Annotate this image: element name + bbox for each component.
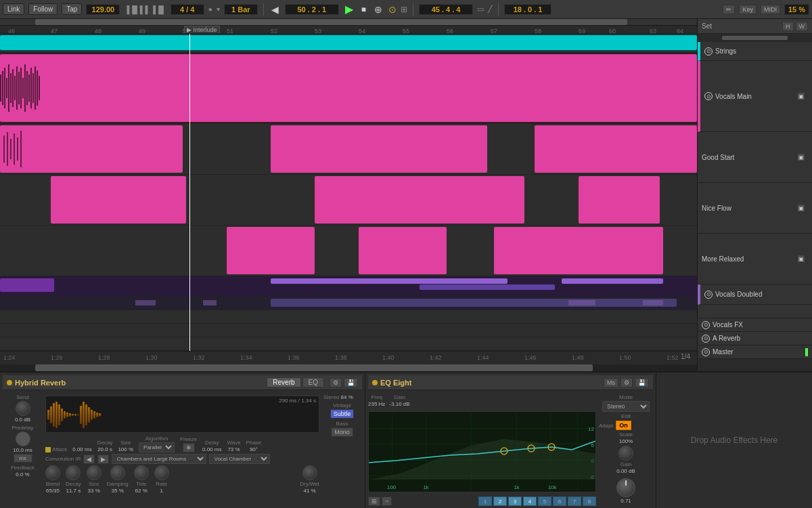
track-row-master[interactable] [0, 337, 697, 351]
vintage-btn[interactable]: Subtle [330, 409, 355, 419]
track-row-good-start[interactable] [0, 124, 697, 175]
timeline-ruler[interactable]: 46 47 48 49 50 51 52 53 54 55 56 57 58 5… [0, 19, 697, 34]
decay2-knob[interactable] [66, 465, 81, 480]
track-name-strings[interactable]: ⊙ Strings [698, 42, 812, 61]
vocals-main-clip-full[interactable] [0, 54, 697, 122]
damping-knob[interactable] [110, 465, 125, 480]
eq-save[interactable]: 💾 [635, 378, 649, 387]
reverb-tab-eq[interactable]: EQ [302, 377, 324, 387]
size2-knob[interactable] [87, 465, 102, 480]
more-relaxed-clip-3[interactable] [494, 227, 663, 274]
effects-panel[interactable]: Drop Audio Effects Here [656, 373, 812, 508]
conv-ir-select[interactable]: Chambers and Large Rooms [112, 454, 206, 464]
nice-flow-collapse[interactable]: ▣ [797, 204, 805, 212]
bar-display[interactable]: 1 Bar [224, 4, 258, 15]
link-button[interactable]: Link [3, 3, 24, 15]
track-name-midi-row[interactable] [698, 305, 812, 318]
track-row-vocals-doubled[interactable] [0, 276, 697, 297]
track-name-vocals-doubled[interactable]: ⊙ Vocals Doubled [698, 284, 812, 305]
track-row-strings[interactable] [0, 34, 697, 53]
set-btn-2[interactable]: W [796, 22, 809, 31]
eq-gain-knob[interactable] [618, 446, 633, 461]
midi-button[interactable]: MIDI [761, 5, 780, 14]
send-knob[interactable] [16, 401, 30, 416]
good-start-clip-3[interactable] [535, 125, 697, 173]
good-start-clip-2[interactable] [271, 125, 487, 173]
end-display[interactable]: 18 . 0 . 1 [504, 4, 551, 15]
track-scroll-top[interactable] [698, 34, 812, 42]
zoom-display[interactable]: 15 % [784, 4, 809, 15]
midi-clip-1[interactable] [271, 299, 677, 307]
tide-knob[interactable] [134, 465, 149, 480]
eq-spectrum[interactable]: ~ [382, 496, 392, 506]
time-sig-display[interactable]: 4 / 4 [171, 4, 204, 15]
track-row-midi[interactable] [0, 297, 697, 310]
stop-button[interactable]: ■ [359, 5, 368, 14]
bpm-display[interactable]: 129.00 [86, 4, 120, 15]
track-name-nice-flow[interactable]: Nice Flow ▣ [698, 183, 812, 234]
eq-band-8-btn[interactable]: 8 [583, 496, 596, 506]
vocals-doubled-clip-1[interactable] [0, 278, 54, 292]
reverb-tab-reverb[interactable]: Reverb [267, 377, 300, 387]
eq-band-6-btn[interactable]: 6 [553, 496, 566, 506]
eq-mode-select[interactable]: Stereo [602, 401, 650, 412]
drywet-knob[interactable] [302, 465, 317, 480]
position-display[interactable]: 50 . 2 . 1 [285, 4, 339, 15]
track-row-vocals-fx[interactable] [0, 310, 697, 324]
conv-ir-next[interactable]: ▶ [97, 454, 109, 464]
set-btn-1[interactable]: H [782, 22, 794, 31]
freeze-btn[interactable]: ❄ [183, 443, 195, 452]
predelay-knob[interactable] [16, 431, 30, 446]
bass-btn[interactable]: Mono [331, 427, 353, 437]
eq-band-2-btn[interactable]: 2 [493, 496, 507, 506]
nice-flow-clip-2[interactable] [315, 176, 524, 224]
reverb-settings[interactable]: ⚙ [330, 378, 342, 387]
eq-band-4-btn[interactable]: 4 [523, 496, 537, 506]
track-row-more-relaxed[interactable] [0, 226, 697, 276]
play-button[interactable]: ▶ [343, 3, 355, 16]
time-display[interactable]: 45 . 4 . 4 [419, 4, 473, 15]
nice-flow-clip-3[interactable] [579, 176, 660, 224]
rewind-button[interactable]: ◀ [269, 4, 281, 15]
track-row-nice-flow[interactable] [0, 175, 697, 226]
track-name-good-start[interactable]: Good Start ▣ [698, 132, 812, 183]
loop-button[interactable]: ⊙ [388, 4, 397, 15]
vocals-doubled-clip-3[interactable] [420, 284, 555, 290]
algo-select[interactable]: Parallel Series [139, 442, 175, 452]
reverb-save[interactable]: 💾 [344, 378, 358, 387]
conv-ir-prev[interactable]: ◀ [83, 454, 95, 464]
nice-flow-clip-1[interactable] [51, 176, 186, 224]
adapt-btn[interactable]: On [616, 421, 631, 430]
strings-clip[interactable] [0, 35, 697, 50]
blend-knob[interactable] [45, 465, 60, 480]
track-name-a-reverb[interactable]: ⊙ A Reverb [698, 332, 812, 345]
good-start-collapse[interactable]: ▣ [797, 153, 805, 161]
eq-band-5-btn[interactable]: 5 [538, 496, 551, 506]
good-start-clip-1[interactable] [0, 125, 183, 173]
eq-band-3-btn[interactable]: 3 [508, 496, 522, 506]
more-relaxed-clip-2[interactable] [359, 227, 447, 274]
follow-button[interactable]: Follow [28, 3, 58, 15]
predelay-mode-btn[interactable]: ms [14, 454, 32, 463]
vocals-doubled-clip-2[interactable] [271, 278, 508, 284]
eq-ms-btn[interactable]: Ms [604, 378, 618, 387]
eq-main-knob[interactable] [616, 478, 635, 497]
reverb-power-led[interactable] [7, 380, 12, 385]
eq-band-1-btn[interactable]: 1 [478, 496, 492, 506]
conv-ir-sub-select[interactable]: Vocal Chamber [209, 454, 270, 464]
arrangement-scrollbar[interactable] [0, 364, 697, 371]
vocals-doubled-clip-4[interactable] [562, 278, 663, 284]
track-row-vocals-main[interactable] [0, 53, 697, 124]
tap-button[interactable]: Tap [62, 3, 82, 15]
eq-display[interactable]: 100 1k 1k 10k 12 6 0 -6 [368, 411, 596, 492]
add-button[interactable]: ⊕ [372, 4, 384, 15]
eq-power-led[interactable] [372, 380, 378, 385]
key-button[interactable]: Key [739, 5, 757, 14]
track-name-master[interactable]: ⊙ Master [698, 345, 812, 359]
rate-knob[interactable] [154, 465, 169, 480]
track-name-vocals-main[interactable]: ⊙ Vocals Main ▣ [698, 61, 812, 132]
pencil-tool[interactable]: ✏ [723, 5, 735, 14]
track-row-a-reverb[interactable] [0, 324, 697, 337]
eq-band-7-btn[interactable]: 7 [568, 496, 581, 506]
more-relaxed-collapse[interactable]: ▣ [797, 255, 805, 263]
